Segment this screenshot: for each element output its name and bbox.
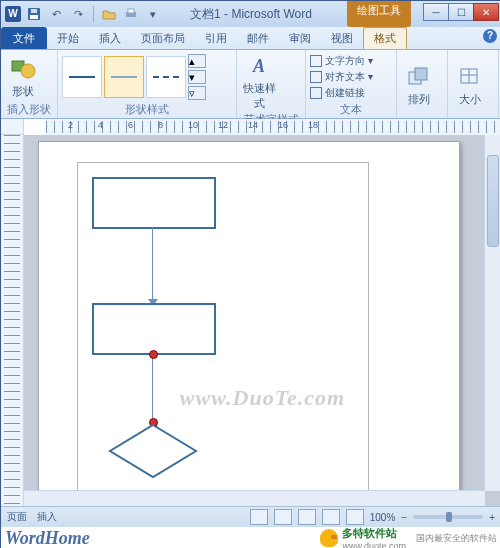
ruler-mark: 16 — [278, 120, 288, 130]
group-shape-styles: ▴ ▾ ▿ 形状样式 — [58, 50, 237, 118]
group-arrange: 排列 — [397, 50, 448, 118]
footer-branding: WordHome 多特软件站 www.duote.com 国内最安全的软件站 — [1, 527, 500, 548]
size-icon — [456, 63, 484, 91]
wordart-icon: A — [245, 52, 273, 80]
arrange-label: 排列 — [401, 92, 437, 107]
title-bar: W ↶ ↷ ▾ 文档1 - Microsoft Word 绘图工具 ─ ☐ ✕ — [1, 1, 500, 27]
minimize-button[interactable]: ─ — [423, 3, 449, 21]
shape-style-3[interactable] — [146, 56, 186, 98]
app-window: W ↶ ↷ ▾ 文档1 - Microsoft Word 绘图工具 ─ ☐ ✕ … — [0, 0, 500, 548]
ribbon-tab-strip: 文件 开始 插入 页面布局 引用 邮件 审阅 视图 格式 ? — [1, 27, 500, 50]
ruler-mark: 8 — [158, 120, 163, 130]
tab-page-layout[interactable]: 页面布局 — [131, 28, 195, 49]
help-icon[interactable]: ? — [483, 29, 497, 43]
tab-references[interactable]: 引用 — [195, 28, 237, 49]
view-full-screen-icon[interactable] — [274, 509, 292, 525]
word-app-icon[interactable]: W — [5, 6, 21, 22]
flowchart-decision[interactable] — [108, 423, 198, 479]
svg-rect-8 — [415, 68, 427, 80]
align-text-icon — [310, 71, 322, 83]
group-text: 文字方向▾ 对齐文本▾ 创建链接 文本 — [306, 50, 397, 118]
svg-marker-10 — [110, 425, 196, 477]
shape-style-2-selected[interactable] — [104, 56, 144, 98]
connector-arrow-1[interactable] — [152, 227, 153, 301]
size-label: 大小 — [452, 92, 488, 107]
text-direction-icon — [310, 55, 322, 67]
ribbon: 形状 插入形状 ▴ ▾ ▿ 形状样式 A 快速样式 艺术字样式 — [1, 50, 500, 119]
ruler-mark: 10 — [188, 120, 198, 130]
group-insert-shape: 形状 插入形状 — [1, 50, 58, 118]
ruler-vertical[interactable] — [1, 135, 24, 507]
ruler-mark: 4 — [98, 120, 103, 130]
document-page[interactable]: ↖ — [38, 141, 460, 507]
tab-mailings[interactable]: 邮件 — [237, 28, 279, 49]
create-link-button[interactable]: 创建链接 — [310, 86, 373, 100]
style-gallery-more-icon[interactable]: ▿ — [188, 86, 206, 100]
shape-style-1[interactable] — [62, 56, 102, 98]
drawing-canvas[interactable]: ↖ — [77, 162, 369, 504]
contextual-tab-label: 绘图工具 — [347, 1, 411, 27]
duote-url: www.duote.com — [342, 541, 406, 549]
view-web-layout-icon[interactable] — [298, 509, 316, 525]
view-print-layout-icon[interactable] — [250, 509, 268, 525]
maximize-button[interactable]: ☐ — [448, 3, 474, 21]
tab-format[interactable]: 格式 — [363, 27, 407, 49]
align-text-button[interactable]: 对齐文本▾ — [310, 70, 373, 84]
zoom-level[interactable]: 100% — [370, 512, 396, 523]
qat-open-icon[interactable] — [100, 5, 118, 23]
duote-branding: 多特软件站 www.duote.com 国内最安全的软件站 — [320, 526, 497, 549]
quick-styles-label: 快速样式 — [241, 81, 277, 111]
ruler-corner — [1, 119, 24, 135]
group-insert-shape-label: 插入形状 — [5, 101, 53, 118]
style-gallery-down-icon[interactable]: ▾ — [188, 70, 206, 84]
zoom-slider[interactable] — [413, 515, 483, 519]
scrollbar-thumb[interactable] — [487, 155, 499, 247]
zoom-slider-thumb[interactable] — [446, 512, 452, 522]
document-viewport[interactable]: ↖ www.DuoTe.com — [24, 135, 500, 507]
group-wordart-styles: A 快速样式 艺术字样式 — [237, 50, 306, 118]
duck-icon — [320, 529, 338, 547]
svg-rect-4 — [128, 9, 134, 13]
close-button[interactable]: ✕ — [473, 3, 499, 21]
view-outline-icon[interactable] — [322, 509, 340, 525]
link-icon — [310, 87, 322, 99]
wordhome-logo: WordHome — [5, 528, 90, 549]
zoom-in-button[interactable]: + — [489, 512, 495, 523]
zoom-out-button[interactable]: − — [401, 512, 407, 523]
ruler-mark: 18 — [308, 120, 318, 130]
svg-rect-1 — [30, 15, 38, 19]
status-bar: 页面 插入 100% − + — [1, 506, 500, 527]
undo-icon[interactable]: ↶ — [47, 5, 65, 23]
flowchart-process-2[interactable] — [92, 303, 216, 355]
flowchart-process-1[interactable] — [92, 177, 216, 229]
scrollbar-vertical[interactable] — [484, 135, 500, 491]
redo-icon[interactable]: ↷ — [69, 5, 87, 23]
scrollbar-horizontal[interactable] — [24, 490, 485, 507]
quick-access-toolbar: W ↶ ↷ ▾ — [1, 5, 162, 23]
qat-separator — [93, 6, 94, 22]
style-gallery-up-icon[interactable]: ▴ — [188, 54, 206, 68]
connector-line-2[interactable] — [152, 353, 153, 421]
save-icon[interactable] — [25, 5, 43, 23]
tab-home[interactable]: 开始 — [47, 28, 89, 49]
tab-review[interactable]: 审阅 — [279, 28, 321, 49]
ruler-horizontal[interactable]: 2 4 6 8 10 12 14 16 18 — [46, 119, 500, 136]
arrange-button[interactable]: 排列 — [401, 63, 437, 107]
status-insert-mode[interactable]: 插入 — [37, 510, 57, 524]
qat-customize-icon[interactable]: ▾ — [144, 5, 162, 23]
size-button[interactable]: 大小 — [452, 63, 488, 107]
svg-point-6 — [21, 64, 35, 78]
view-draft-icon[interactable] — [346, 509, 364, 525]
connection-point-icon[interactable] — [149, 350, 158, 359]
svg-rect-2 — [31, 9, 37, 13]
tab-view[interactable]: 视图 — [321, 28, 363, 49]
qat-print-icon[interactable] — [122, 5, 140, 23]
tab-insert[interactable]: 插入 — [89, 28, 131, 49]
shapes-label: 形状 — [5, 84, 41, 99]
status-page: 页面 — [7, 510, 27, 524]
shapes-button[interactable]: 形状 — [5, 55, 41, 99]
tab-file[interactable]: 文件 — [1, 27, 47, 49]
quick-styles-button[interactable]: A 快速样式 — [241, 52, 277, 111]
text-direction-button[interactable]: 文字方向▾ — [310, 54, 373, 68]
shapes-icon — [9, 55, 37, 83]
